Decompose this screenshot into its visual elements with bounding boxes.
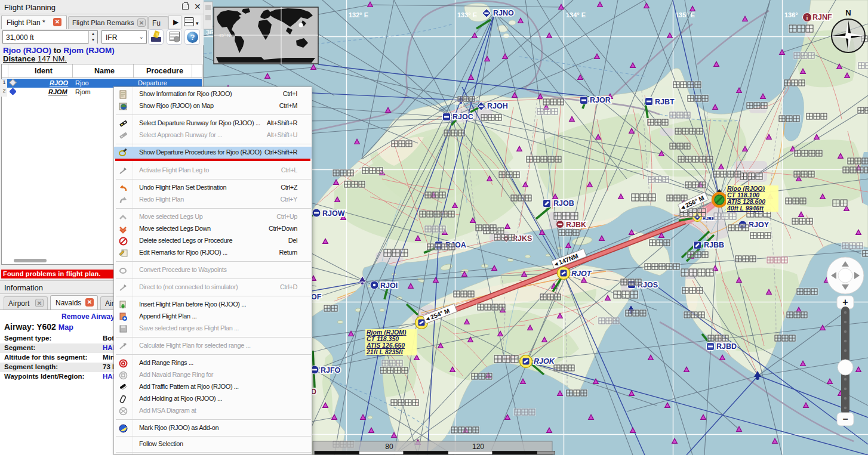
svg-text:RJNO: RJNO: [493, 9, 514, 17]
svg-text:i: i: [807, 15, 808, 21]
svg-text:RJOK: RJOK: [534, 357, 555, 366]
svg-text:RJOY: RJOY: [749, 221, 769, 229]
svg-text:133° E: 133° E: [457, 11, 477, 18]
svg-text:RJBB: RJBB: [704, 241, 724, 249]
svg-text:RJBT: RJBT: [655, 98, 675, 106]
svg-text:RJOI: RJOI: [380, 281, 398, 290]
svg-text:21ft L 8235ft: 21ft L 8235ft: [366, 348, 404, 355]
svg-text:RJOB: RJOB: [553, 199, 574, 208]
svg-text:120: 120: [472, 442, 484, 451]
svg-text:136°: 136°: [784, 11, 798, 18]
svg-text:135° E: 135° E: [675, 11, 695, 18]
svg-text:−: −: [842, 414, 848, 424]
svg-text:RJOW: RJOW: [322, 209, 345, 218]
svg-text:+: +: [842, 297, 848, 307]
svg-text:80: 80: [385, 442, 393, 451]
svg-text:RJNF: RJNF: [812, 13, 832, 21]
svg-text:132° E: 132° E: [349, 11, 368, 18]
svg-text:40ft L 9946ft: 40ft L 9946ft: [727, 205, 764, 212]
svg-text:134° E: 134° E: [566, 11, 586, 18]
svg-text:RJBD: RJBD: [716, 342, 737, 351]
svg-text:RJFO: RJFO: [321, 366, 341, 374]
svg-text:RJOC: RJOC: [453, 113, 473, 121]
svg-text:RJOH: RJOH: [487, 102, 508, 110]
svg-text:45° N: 45° N: [218, 33, 230, 38]
svg-text:RJOT: RJOT: [571, 270, 592, 278]
svg-text:N: N: [845, 8, 851, 17]
svg-text:RJBK: RJBK: [566, 221, 586, 229]
svg-text:RJOR: RJOR: [590, 96, 611, 104]
svg-text:OF: OF: [311, 293, 322, 301]
